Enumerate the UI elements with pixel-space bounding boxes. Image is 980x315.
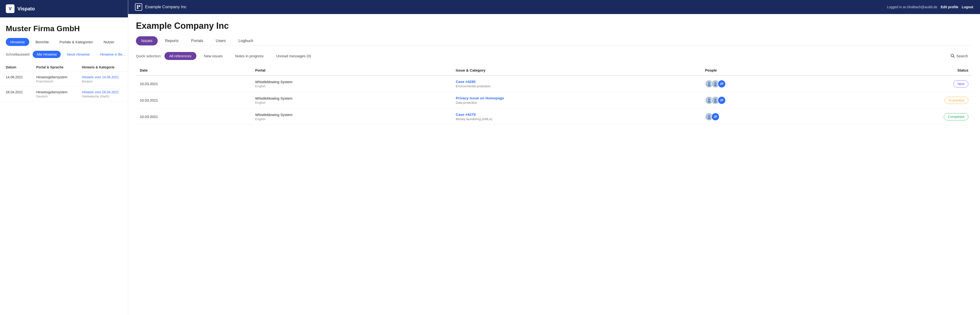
left-tabs: Hinweise Berichte Portale & Kategorien N… <box>0 38 128 51</box>
left-cell-issue[interactable]: Hinweis vom 14.06.2021 Bonjour <box>76 72 128 87</box>
cell-people: JP <box>701 92 828 108</box>
col-people: People <box>701 65 828 75</box>
right-topbar-brand: Example Company Inc <box>135 3 186 11</box>
svg-rect-0 <box>137 5 138 7</box>
right-quick-btn-newissues[interactable]: New issues <box>199 52 228 60</box>
left-cell-portal: Hinweisgebersystem Deutsch <box>30 87 76 102</box>
svg-rect-1 <box>139 5 140 7</box>
right-quick-btn-notesinprogress[interactable]: Notes in progress <box>230 52 269 60</box>
svg-point-7 <box>714 82 716 84</box>
left-panel: V Vispato Muster Firma GmbH Hinweise Ber… <box>0 0 128 315</box>
right-company-title: Example Company Inc <box>136 21 972 31</box>
status-badge: New <box>953 80 968 88</box>
cell-portal: Whistleblowing System English <box>251 75 452 92</box>
vispato-logo: V <box>6 4 14 13</box>
left-brand-name: Vispato <box>18 6 35 12</box>
col-status: Status <box>828 65 972 75</box>
cell-date: 10.03.2021 <box>136 92 251 108</box>
cell-people: JP <box>701 108 828 125</box>
svg-point-9 <box>708 99 710 100</box>
right-quick-selection: Quick selection: All references New issu… <box>136 52 972 60</box>
left-quick-btn-inbearbeitung[interactable]: Hinweise in Be... <box>96 51 128 58</box>
search-label: Search <box>956 54 968 58</box>
left-quick-btn-neue[interactable]: Neue Hinweise <box>63 51 94 58</box>
topbar-loggedin: Logged in as bhalbach@auditi.de <box>887 5 937 9</box>
svg-point-11 <box>714 99 716 100</box>
table-row: 10.03.2021 Whistleblowing System English… <box>136 75 972 92</box>
avatar-jp: JP <box>718 96 726 105</box>
svg-point-5 <box>708 82 710 84</box>
people-avatars: JP <box>705 80 824 88</box>
cell-portal: Whistleblowing System English <box>251 92 452 108</box>
svg-rect-2 <box>137 7 138 9</box>
left-tab-nutzer[interactable]: Nutzer <box>99 38 119 46</box>
svg-line-4 <box>953 57 955 58</box>
avatar-jp: JP <box>718 80 726 88</box>
table-row: 10.03.2021 Whistleblowing System English… <box>136 108 972 125</box>
cell-issue[interactable]: Case #4280 Environmental protection <box>452 75 701 92</box>
right-topbar-actions: Logged in as bhalbach@auditi.de Edit pro… <box>887 5 973 9</box>
cell-issue[interactable]: Case #4279 Money laundering (AMLA) <box>452 108 701 125</box>
left-cell-date: 28.04.2021 <box>0 87 30 102</box>
right-topbar-logo <box>135 3 142 11</box>
cell-status: Completed <box>828 108 972 125</box>
left-quick-btn-alle[interactable]: Alle Hinweise <box>33 51 61 58</box>
right-search-button[interactable]: Search <box>946 52 972 60</box>
left-tab-berichte[interactable]: Berichte <box>31 38 53 46</box>
svg-point-14 <box>708 117 711 119</box>
search-icon <box>950 54 955 58</box>
right-content: Example Company Inc Issues Reports Porta… <box>128 14 980 315</box>
left-quick-label: Schnellauswahl: <box>6 52 30 56</box>
left-company-name: Muster Firma GmbH <box>0 18 128 38</box>
left-quick-selection: Schnellauswahl: Alle Hinweise Neue Hinwe… <box>0 51 128 63</box>
status-badge: In process <box>945 97 968 104</box>
left-table-row: 14.06.2021 Hinweisgebersystem Französisc… <box>0 72 128 87</box>
left-header: V Vispato <box>0 0 128 18</box>
left-table-row: 28.04.2021 Hinweisgebersystem Deutsch Hi… <box>0 87 128 102</box>
cell-status: New <box>828 75 972 92</box>
issues-table: Date Portal Issue & Category People Stat… <box>136 65 972 125</box>
svg-point-13 <box>708 115 710 117</box>
right-tab-users[interactable]: Users <box>210 36 231 45</box>
right-panel: Example Company Inc Logged in as bhalbac… <box>128 0 980 315</box>
status-badge: Completed <box>944 113 968 120</box>
left-col-portal: Portal & Sprache <box>30 63 76 72</box>
left-cell-portal: Hinweisgebersystem Französisch <box>30 72 76 87</box>
left-issues-table: Datum Portal & Sprache Hinweis & Kategor… <box>0 63 128 102</box>
topbar-edit-profile[interactable]: Edit profile <box>940 5 958 9</box>
right-quick-btn-allrefs[interactable]: All references <box>164 52 196 60</box>
col-portal: Portal <box>251 65 452 75</box>
left-tab-hinweise[interactable]: Hinweise <box>6 38 29 46</box>
left-col-hinweis: Hinweis & Kategorie <box>76 63 128 72</box>
col-issue: Issue & Category <box>452 65 701 75</box>
cell-portal: Whistleblowing System English <box>251 108 452 125</box>
svg-point-12 <box>714 101 717 103</box>
cell-people: JP <box>701 75 828 92</box>
left-col-datum: Datum <box>0 63 30 72</box>
right-tab-portals[interactable]: Portals <box>186 36 208 45</box>
svg-point-6 <box>708 84 711 86</box>
topbar-logout[interactable]: Logout <box>962 5 973 9</box>
col-date: Date <box>136 65 251 75</box>
cell-date: 10.03.2021 <box>136 75 251 92</box>
people-avatars: JP <box>705 96 824 105</box>
people-avatars: JP <box>705 113 824 121</box>
cell-issue[interactable]: Privacy Issue on Homepage Data protectio… <box>452 92 701 108</box>
right-topbar-company: Example Company Inc <box>145 5 186 10</box>
left-cell-date: 14.06.2021 <box>0 72 30 87</box>
avatar-jp: JP <box>711 113 719 121</box>
right-tabs: Issues Reports Portals Users Logbuch <box>136 36 972 45</box>
right-topbar: Example Company Inc Logged in as bhalbac… <box>128 0 980 14</box>
table-row: 10.03.2021 Whistleblowing System English… <box>136 92 972 108</box>
right-tab-reports[interactable]: Reports <box>160 36 184 45</box>
svg-point-8 <box>714 84 717 86</box>
right-quick-label: Quick selection: <box>136 54 162 58</box>
cell-date: 10.03.2021 <box>136 108 251 125</box>
svg-point-10 <box>708 101 711 103</box>
right-quick-btn-unread[interactable]: Unread messages (0) <box>271 52 316 60</box>
cell-status: In process <box>828 92 972 108</box>
left-cell-issue[interactable]: Hinweis vom 28.04.2021 Geldwäsche (GwG) <box>76 87 128 102</box>
right-tab-issues[interactable]: Issues <box>136 36 158 45</box>
right-tab-logbuch[interactable]: Logbuch <box>233 36 259 45</box>
left-tab-portale[interactable]: Portale & Kategorien <box>55 38 97 46</box>
